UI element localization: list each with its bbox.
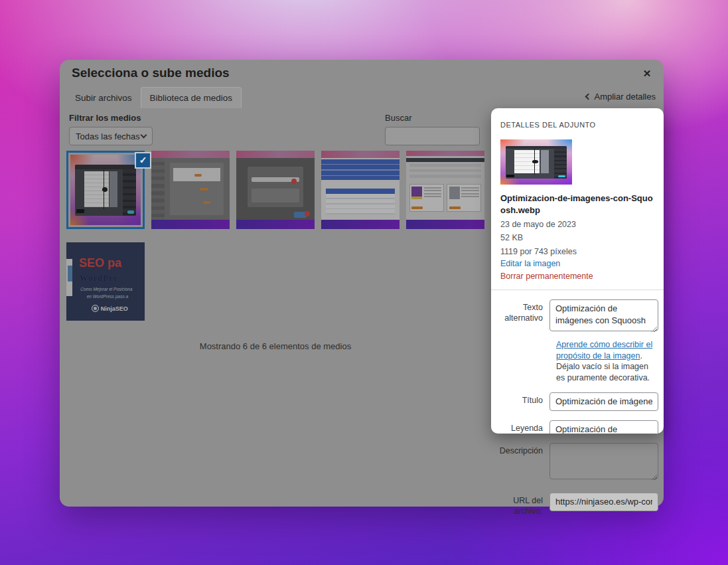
edit-image-link[interactable]: Editar la imagen <box>500 258 654 270</box>
attachment-date: 23 de mayo de 2023 <box>500 219 654 230</box>
file-url-label: URL del archivo: <box>491 493 549 517</box>
attachment-preview-image <box>500 139 572 185</box>
media-modal: Selecciona o sube medios ✕ Subir archivo… <box>60 60 664 507</box>
settings-thumbnail-image <box>151 151 230 229</box>
attachment-dimensions: 1119 por 743 píxeles <box>500 246 654 258</box>
ninjaseo-badge-icon <box>92 305 99 312</box>
desktop-background: Selecciona o sube medios ✕ Subir archivo… <box>0 0 728 565</box>
selected-check-icon[interactable]: ✓ <box>135 152 151 169</box>
media-item-settings-page[interactable] <box>151 151 230 229</box>
description-textarea[interactable] <box>549 443 658 479</box>
title-label: Título <box>491 392 549 406</box>
alt-text-textarea[interactable]: Optimización de imágenes con Squoosh <box>549 299 658 331</box>
delete-permanently-link[interactable]: Borrar permanentemente <box>500 271 654 282</box>
attachment-filesize: 52 KB <box>500 232 654 244</box>
alt-help-link[interactable]: Aprende cómo describir el propósito de l… <box>556 340 652 361</box>
media-item-seo-banner[interactable]: SEO pa WordPre Como Mejorar el Posiciona… <box>66 242 145 321</box>
filter-label: Filtrar los medios <box>69 113 141 123</box>
title-input[interactable] <box>549 392 658 411</box>
media-item-blue-table[interactable] <box>321 151 400 229</box>
seo-banner-thumbnail-image: SEO pa WordPre Como Mejorar el Posiciona… <box>66 242 145 321</box>
plugins-thumbnail-image <box>406 151 484 229</box>
media-item-plugin-cards[interactable] <box>406 151 484 229</box>
media-item-dark-dialog[interactable] <box>236 151 315 229</box>
caption-label: Leyenda <box>491 420 549 434</box>
search-label: Buscar <box>385 113 411 123</box>
date-filter-value: Todas las fechas <box>76 131 140 141</box>
attachment-details-panel: DETALLES DEL ADJUNTO Optimizacion-de-ima… <box>491 108 664 434</box>
media-item-squoosh-selected[interactable]: ✓ <box>66 151 145 229</box>
expand-details-label: Ampliar detalles <box>595 92 656 102</box>
search-input[interactable] <box>385 127 480 145</box>
attachment-filename: Optimizacion-de-imagenes-con-Squoosh.web… <box>500 193 654 216</box>
modal-title: Selecciona o sube medios <box>72 66 230 80</box>
caption-textarea[interactable]: Optimización de imágenes con Squoosh <box>549 420 658 434</box>
tab-subir-archivos[interactable]: Subir archivos <box>66 87 141 108</box>
details-heading: DETALLES DEL ADJUNTO <box>500 121 654 129</box>
chevron-left-icon <box>585 94 591 100</box>
chevron-down-icon <box>141 132 147 139</box>
alt-text-label: Texto alternativo <box>491 299 549 323</box>
dialog-thumbnail-image <box>236 151 315 229</box>
dimmed-fields-section: Descripción URL del archivo: <box>491 434 664 517</box>
media-count-status: Mostrando 6 de 6 elementos de medios <box>66 341 484 351</box>
table-thumbnail-image <box>321 151 400 229</box>
alt-text-help: Aprende cómo describir el propósito de l… <box>556 339 658 383</box>
squoosh-thumbnail-image <box>70 155 141 225</box>
close-icon[interactable]: ✕ <box>640 66 654 81</box>
tab-biblioteca-de-medios[interactable]: Biblioteca de medios <box>141 87 242 108</box>
divider <box>491 289 664 290</box>
ninjaseo-logo: NinjaSEO <box>92 305 128 312</box>
date-filter-select[interactable]: Todas las fechas <box>69 127 153 145</box>
expand-details-link[interactable]: Ampliar detalles <box>586 92 656 102</box>
description-label: Descripción <box>491 443 549 457</box>
media-grid: ✓ <box>66 151 491 321</box>
file-url-input[interactable] <box>549 493 658 511</box>
tabs-row: Subir archivos Biblioteca de medios <box>66 87 242 108</box>
